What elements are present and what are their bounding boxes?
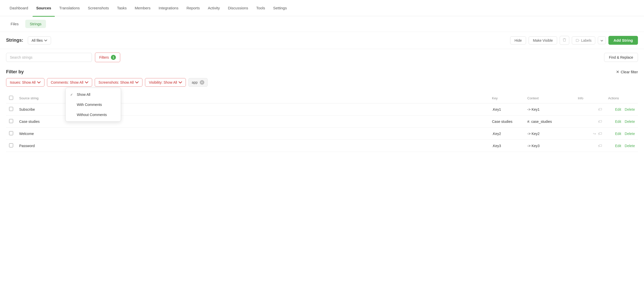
labels-arrow-button[interactable] <box>598 36 606 44</box>
add-string-button[interactable]: Add String <box>608 36 638 45</box>
subnav-files[interactable]: Files <box>6 20 23 28</box>
tag-icon: 🏷 <box>598 107 602 111</box>
visibility-chip-label: Visibility: Show All <box>149 80 177 84</box>
find-replace-button[interactable]: Find & Replace <box>604 53 638 62</box>
dropdown-show-all-label: Show All <box>77 93 90 97</box>
delete-row-button[interactable]: Delete <box>625 120 635 124</box>
issues-chevron-icon <box>37 81 41 84</box>
sub-nav: Files Strings <box>0 16 644 32</box>
delete-button[interactable] <box>560 36 569 45</box>
key-cell: .Key1 <box>489 103 524 116</box>
comments-filter-chip[interactable]: Comments: Show All <box>47 78 92 87</box>
context-cell: -> Key3 <box>524 140 575 152</box>
visibility-chevron-icon <box>179 81 182 84</box>
nav-members[interactable]: Members <box>131 4 154 12</box>
tag-icon: 🏷 <box>598 144 602 148</box>
app-tag-chip: app ✕ <box>188 78 207 87</box>
source-string-cell: Welcome <box>16 128 401 140</box>
strings-label: Strings: <box>6 38 23 43</box>
app-tag-remove[interactable]: ✕ <box>200 80 204 85</box>
screenshots-chip-label: Screenshots: Show All <box>98 80 134 84</box>
filter-chips-row: Issues: Show All Comments: Show All Scre… <box>6 78 638 87</box>
visibility-filter-chip[interactable]: Visibility: Show All <box>145 78 186 87</box>
row-checkbox[interactable] <box>9 143 13 147</box>
table-row: Password .Key3 -> Key3 🏷 Edit Delete <box>6 140 638 152</box>
dropdown-with-comments-label: With Comments <box>77 103 102 107</box>
clear-filter-button[interactable]: ✕ Clear filter <box>616 70 638 74</box>
search-input-wrap <box>6 53 92 62</box>
x-icon: ✕ <box>616 70 619 74</box>
filters-button[interactable]: Filters 1 <box>95 53 120 62</box>
top-nav: Dashboard Sources Translations Screensho… <box>0 0 644 16</box>
col-header-empty <box>401 93 489 103</box>
col-header-key: Key <box>489 93 524 103</box>
context-cell: #. case_studies <box>524 116 575 128</box>
filter-title: Filter by <box>6 69 24 75</box>
label-icon <box>576 39 580 42</box>
nav-discussions[interactable]: Discussions <box>224 4 252 12</box>
edit-button[interactable]: Edit <box>615 107 621 111</box>
comments-chevron-icon <box>85 81 88 84</box>
context-cell: -> Key1 <box>524 103 575 116</box>
comments-dropdown: ✓ Show All ✓ With Comments ✓ Without Com… <box>65 88 121 122</box>
make-visible-button[interactable]: Make Visible <box>529 36 557 44</box>
nav-tools[interactable]: Tools <box>253 4 268 12</box>
nav-integrations[interactable]: Integrations <box>155 4 182 12</box>
app-tag-label: app <box>192 80 197 84</box>
nav-activity[interactable]: Activity <box>204 4 224 12</box>
row-checkbox[interactable] <box>9 119 13 123</box>
dropdown-without-comments-label: Without Comments <box>77 113 107 117</box>
files-dropdown-label: All files <box>32 38 43 42</box>
comments-chip-label: Comments: Show All <box>51 80 83 84</box>
filter-header: Filter by ✕ Clear filter <box>6 69 638 75</box>
nav-tasks[interactable]: Tasks <box>113 4 130 12</box>
nav-screenshots[interactable]: Screenshots <box>84 4 112 12</box>
nav-settings[interactable]: Settings <box>270 4 290 12</box>
nav-sources[interactable]: Sources <box>33 4 55 12</box>
col-header-check <box>6 93 16 103</box>
nav-dashboard[interactable]: Dashboard <box>6 4 32 12</box>
filter-section: Filter by ✕ Clear filter Issues: Show Al… <box>0 66 644 89</box>
select-all-checkbox[interactable] <box>9 96 13 100</box>
delete-row-button[interactable]: Delete <box>625 107 635 111</box>
nav-reports[interactable]: Reports <box>183 4 203 12</box>
toolbar: Strings: All files Hide Make Visible Lab… <box>0 32 644 49</box>
tag-icon: 🏷 <box>598 119 602 124</box>
edit-button[interactable]: Edit <box>615 132 621 136</box>
trash-icon <box>562 38 566 42</box>
row-checkbox[interactable] <box>9 107 13 111</box>
context-cell: -> Key2 <box>524 128 575 140</box>
key-cell: Case studies <box>489 116 524 128</box>
delete-row-button[interactable]: Delete <box>625 144 635 148</box>
dropdown-show-all[interactable]: ✓ Show All <box>66 89 121 100</box>
delete-row-button[interactable]: Delete <box>625 132 635 136</box>
key-cell: .Key3 <box>489 140 524 152</box>
search-input[interactable] <box>6 53 92 62</box>
labels-button[interactable]: Labels <box>572 36 595 44</box>
issues-chip-label: Issues: Show All <box>10 80 36 84</box>
edit-button[interactable]: Edit <box>615 120 621 124</box>
chevron-down-small-icon <box>601 40 603 41</box>
files-dropdown[interactable]: All files <box>28 36 51 44</box>
col-header-context: Context <box>524 93 575 103</box>
screenshots-filter-chip[interactable]: Screenshots: Show All <box>95 78 142 87</box>
labels-button-label: Labels <box>581 38 591 42</box>
edit-button[interactable]: Edit <box>615 144 621 148</box>
chevron-down-icon <box>44 39 47 42</box>
nav-translations[interactable]: Translations <box>56 4 83 12</box>
search-bar: Filters 1 Find & Replace <box>0 49 644 66</box>
redirect-icon: ↪ <box>593 132 596 136</box>
table-row: Welcome .Key2 -> Key2 ↪ 🏷 Edit Delete <box>6 128 638 140</box>
clear-filter-label: Clear filter <box>621 70 638 74</box>
filters-badge: 1 <box>111 55 116 60</box>
subnav-strings[interactable]: Strings <box>25 20 46 28</box>
screenshots-chevron-icon <box>135 81 139 84</box>
check-icon: ✓ <box>70 93 74 97</box>
hide-button[interactable]: Hide <box>510 36 526 44</box>
issues-filter-chip[interactable]: Issues: Show All <box>6 78 44 87</box>
dropdown-with-comments[interactable]: ✓ With Comments <box>66 100 121 110</box>
source-string-cell: Password <box>16 140 401 152</box>
row-checkbox[interactable] <box>9 131 13 135</box>
dropdown-without-comments[interactable]: ✓ Without Comments <box>66 110 121 120</box>
col-header-actions: Actions <box>605 93 638 103</box>
